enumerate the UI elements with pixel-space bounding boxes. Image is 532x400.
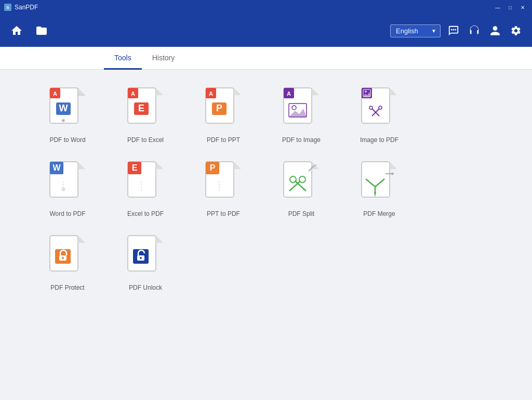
pdf-unlock-label: PDF Unlock (129, 284, 162, 291)
svg-marker-72 (392, 172, 394, 175)
svg-marker-33 (390, 88, 397, 95)
svg-rect-57 (284, 162, 312, 197)
title-bar-left: S SanPDF (4, 4, 38, 11)
tool-image-to-pdf[interactable]: Image to PDF (353, 85, 405, 144)
language-dropdown[interactable]: English Chinese Japanese (390, 24, 441, 37)
tool-ppt-to-pdf[interactable]: P PPT to PDF (197, 159, 249, 217)
tool-row-1: A W ✱ PDF to Word (42, 85, 490, 144)
pdf-to-image-label: PDF to Image (282, 136, 321, 144)
svg-point-82 (140, 257, 142, 259)
language-selector[interactable]: English Chinese Japanese ▼ (390, 24, 441, 37)
svg-marker-48 (156, 162, 163, 169)
headset-button[interactable] (467, 23, 482, 38)
svg-text:A: A (209, 91, 213, 97)
svg-marker-6 (78, 88, 85, 95)
tool-excel-to-pdf[interactable]: E Excel to PDF (119, 159, 171, 217)
pdf-merge-label: PDF Merge (363, 210, 395, 217)
pdf-to-word-icon: A W ✱ (47, 85, 88, 132)
svg-point-3 (453, 29, 455, 31)
svg-text:A: A (131, 91, 135, 97)
pdf-to-word-label: PDF to Word (49, 136, 85, 144)
svg-marker-42 (78, 162, 85, 169)
svg-text:P: P (210, 163, 216, 172)
excel-to-pdf-icon: E (125, 159, 166, 206)
svg-marker-27 (312, 88, 319, 95)
pdf-to-ppt-icon: A P (203, 85, 244, 132)
header-left (8, 22, 50, 39)
tool-pdf-unlock[interactable]: PDF Unlock (119, 233, 171, 291)
title-bar: S SanPDF — □ ✕ (0, 0, 532, 15)
svg-text:A: A (287, 91, 291, 97)
header-right: English Chinese Japanese ▼ (390, 23, 524, 38)
svg-marker-66 (390, 162, 397, 169)
ppt-to-pdf-label: PPT to PDF (207, 210, 240, 217)
pdf-to-image-icon: A (281, 85, 322, 132)
image-to-pdf-label: Image to PDF (360, 136, 398, 144)
tool-pdf-merge[interactable]: PDF Merge (353, 159, 405, 217)
svg-text:E: E (132, 163, 138, 172)
tool-pdf-split[interactable]: PDF Split (275, 159, 327, 217)
minimize-button[interactable]: — (493, 3, 503, 11)
main-content: A W ✱ PDF to Word (0, 70, 532, 400)
tool-pdf-to-ppt[interactable]: A P PDF to PPT (197, 85, 249, 144)
svg-marker-79 (156, 236, 163, 243)
tool-row-2: W ⚙ Word to PDF E (42, 159, 490, 217)
tool-pdf-to-excel[interactable]: A E PDF to Excel (119, 85, 171, 144)
svg-text:W: W (59, 103, 68, 113)
svg-point-77 (62, 257, 64, 259)
svg-text:A: A (53, 91, 57, 97)
excel-to-pdf-label: Excel to PDF (127, 210, 164, 217)
pdf-split-icon (281, 159, 322, 206)
chat-button[interactable] (446, 23, 461, 38)
settings-button[interactable] (508, 23, 524, 38)
title-bar-controls: — □ ✕ (493, 3, 528, 11)
svg-marker-15 (156, 88, 163, 95)
svg-text:S: S (6, 5, 9, 10)
svg-text:E: E (138, 103, 144, 113)
close-button[interactable]: ✕ (517, 3, 528, 11)
pdf-merge-icon (358, 159, 400, 206)
user-button[interactable] (487, 23, 503, 38)
header: English Chinese Japanese ▼ (0, 15, 532, 47)
svg-point-36 (365, 91, 367, 93)
tool-grid: A W ✱ PDF to Word (42, 85, 490, 291)
pdf-unlock-icon (125, 233, 166, 280)
tool-pdf-protect[interactable]: PDF Protect (42, 233, 94, 291)
svg-marker-21 (234, 88, 241, 95)
word-to-pdf-label: Word to PDF (49, 210, 85, 217)
tool-pdf-to-word[interactable]: A W ✱ PDF to Word (42, 85, 94, 144)
ppt-to-pdf-icon: P (203, 159, 244, 206)
app-title: SanPDF (15, 4, 38, 11)
tool-word-to-pdf[interactable]: W ⚙ Word to PDF (42, 159, 94, 217)
tool-row-3: PDF Protect PDF Unlock (42, 233, 490, 291)
svg-text:W: W (52, 163, 61, 172)
pdf-to-excel-label: PDF to Excel (127, 136, 164, 144)
svg-text:P: P (216, 103, 222, 113)
svg-marker-53 (234, 162, 241, 169)
home-button[interactable] (8, 22, 25, 39)
svg-marker-74 (78, 236, 85, 243)
pdf-protect-icon (47, 233, 88, 280)
folder-button[interactable] (33, 22, 50, 39)
pdf-protect-label: PDF Protect (50, 284, 84, 291)
svg-text:✱: ✱ (61, 118, 65, 123)
tab-tools[interactable]: Tools (104, 47, 142, 70)
pdf-to-ppt-label: PDF to PPT (207, 136, 240, 144)
image-to-pdf-icon (358, 85, 400, 132)
word-to-pdf-icon: W ⚙ (47, 159, 88, 206)
tab-history[interactable]: History (142, 47, 185, 70)
tool-pdf-to-image[interactable]: A PDF to Image (275, 85, 327, 144)
svg-point-2 (451, 29, 453, 31)
svg-point-4 (455, 29, 456, 31)
maximize-button[interactable]: □ (505, 3, 515, 11)
tabs-bar: Tools History (0, 47, 532, 70)
app-icon: S (4, 4, 11, 11)
pdf-to-excel-icon: A E (125, 85, 166, 132)
pdf-split-label: PDF Split (288, 210, 315, 217)
